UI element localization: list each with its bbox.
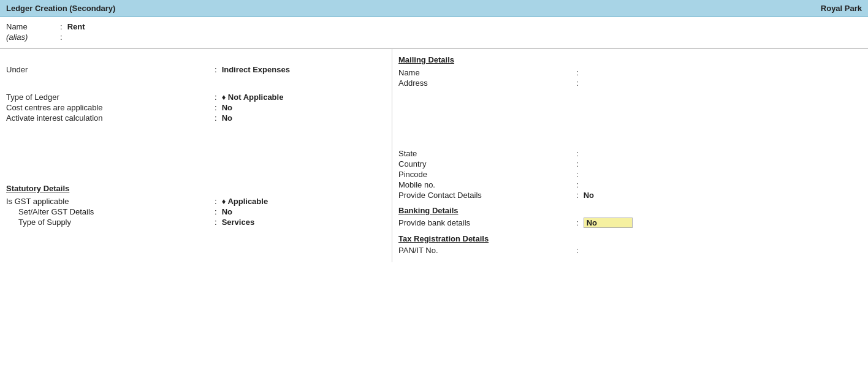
mailing-name-sep: : <box>576 68 579 77</box>
set-alter-label: Set/Alter GST Details <box>6 207 215 216</box>
right-panel: Mailing Details Name : Address : State :… <box>392 49 868 262</box>
page-title: Ledger Creation (Secondary) <box>6 4 115 13</box>
provide-contact-sep: : <box>576 191 579 200</box>
pan-row: PAN/IT No. : <box>398 246 862 255</box>
mobile-label: Mobile no. <box>398 180 576 189</box>
gst-label: Is GST applicable <box>6 197 215 206</box>
gst-sep: : <box>215 197 217 206</box>
set-alter-row: Set/Alter GST Details : No <box>6 207 386 216</box>
mailing-title: Mailing Details <box>398 55 862 64</box>
pincode-row: Pincode : <box>398 170 862 179</box>
tax-registration-title: Tax Registration Details <box>398 234 862 243</box>
under-value: Indirect Expenses <box>222 65 290 74</box>
pan-sep: : <box>576 246 579 255</box>
type-ledger-sep: : <box>215 93 217 102</box>
company-name: Royal Park <box>821 4 862 13</box>
state-label: State <box>398 149 576 158</box>
provide-bank-row: Provide bank details : No <box>398 218 862 228</box>
cost-centres-value: No <box>222 103 232 112</box>
provide-bank-value[interactable]: No <box>584 218 633 228</box>
two-column-section: Under : Indirect Expenses Type of Ledger… <box>0 48 868 262</box>
country-row: Country : <box>398 159 862 169</box>
type-supply-value: Services <box>222 218 255 227</box>
cost-centres-row: Cost centres are applicable : No <box>6 103 386 112</box>
gst-value: ♦ Applicable <box>222 197 268 206</box>
statutory-title: Statutory Details <box>6 184 386 193</box>
name-row: Name : Rent <box>6 22 862 31</box>
activate-interest-sep: : <box>215 113 217 123</box>
activate-interest-row: Activate interest calculation : No <box>6 113 386 123</box>
type-ledger-label: Type of Ledger <box>6 93 215 102</box>
name-value: Rent <box>67 22 85 31</box>
cost-centres-label: Cost centres are applicable <box>6 103 215 112</box>
mailing-address-sep: : <box>576 78 579 88</box>
type-supply-row: Type of Supply : Services <box>6 218 386 227</box>
activate-interest-value: No <box>222 113 232 123</box>
type-ledger-value: ♦ Not Applicable <box>222 93 284 102</box>
alias-label: (alias) <box>6 32 55 42</box>
pan-label: PAN/IT No. <box>398 246 576 255</box>
mailing-name-label: Name <box>398 68 576 77</box>
under-row: Under : Indirect Expenses <box>6 65 386 74</box>
pincode-sep: : <box>576 170 579 179</box>
provide-contact-row: Provide Contact Details : No <box>398 191 862 200</box>
under-label: Under <box>6 65 215 74</box>
set-alter-value: No <box>222 207 232 216</box>
header-bar: Ledger Creation (Secondary) Royal Park <box>0 0 868 17</box>
provide-bank-label: Provide bank details <box>398 218 576 227</box>
provide-bank-sep: : <box>576 218 579 227</box>
type-supply-label: Type of Supply <box>6 218 215 227</box>
left-panel: Under : Indirect Expenses Type of Ledger… <box>0 49 392 262</box>
mailing-name-row: Name : <box>398 68 862 77</box>
provide-contact-label: Provide Contact Details <box>398 191 576 200</box>
country-sep: : <box>576 159 579 169</box>
provide-contact-value: No <box>584 191 594 200</box>
mailing-address-row: Address : <box>398 78 862 88</box>
activate-interest-label: Activate interest calculation <box>6 113 215 123</box>
state-row: State : <box>398 149 862 158</box>
name-sep: : <box>60 22 63 31</box>
mobile-row: Mobile no. : <box>398 180 862 189</box>
type-ledger-row: Type of Ledger : ♦ Not Applicable <box>6 93 386 102</box>
state-sep: : <box>576 149 579 158</box>
name-label: Name <box>6 22 55 31</box>
country-label: Country <box>398 159 576 169</box>
mailing-address-label: Address <box>398 78 576 88</box>
gst-row: Is GST applicable : ♦ Applicable <box>6 197 386 206</box>
type-supply-sep: : <box>215 218 217 227</box>
top-section: Name : Rent (alias) : <box>0 17 868 48</box>
under-sep: : <box>215 65 217 74</box>
alias-sep: : <box>60 32 63 42</box>
banking-title: Banking Details <box>398 206 862 215</box>
cost-centres-sep: : <box>215 103 217 112</box>
set-alter-sep: : <box>215 207 217 216</box>
mobile-sep: : <box>576 180 579 189</box>
alias-row: (alias) : <box>6 32 862 42</box>
pincode-label: Pincode <box>398 170 576 179</box>
